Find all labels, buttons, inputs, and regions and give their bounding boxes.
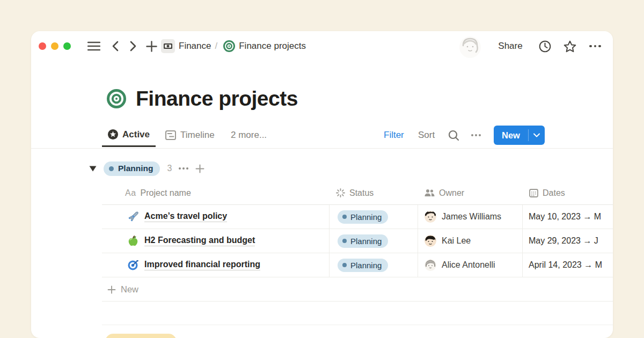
- status-cell[interactable]: Planning: [329, 253, 418, 277]
- project-name-link[interactable]: H2 Forecasting and budget: [144, 236, 255, 246]
- group-count: 3: [167, 164, 172, 173]
- view-options-icon[interactable]: [471, 123, 481, 147]
- column-header-project-name[interactable]: Aa Project name: [102, 181, 329, 204]
- favorite-star-icon[interactable]: [562, 31, 578, 61]
- new-button-chevron-icon[interactable]: [529, 133, 545, 137]
- projects-table: Aa Project name Status Owner Dates Acme’…: [102, 181, 613, 277]
- column-header-owner[interactable]: Owner: [418, 181, 522, 204]
- group-collapse-triangle-icon[interactable]: [89, 166, 97, 172]
- dates-cell[interactable]: May 29, 2023 → J: [522, 229, 613, 253]
- group-options-icon[interactable]: [179, 167, 188, 170]
- user-avatar[interactable]: [459, 36, 481, 58]
- group-add-icon[interactable]: [195, 164, 204, 173]
- tab-timeline[interactable]: Timeline: [165, 123, 215, 147]
- owner-cell[interactable]: Kai Lee: [418, 229, 522, 253]
- sidebar-menu-icon[interactable]: [86, 31, 101, 61]
- dates-cell[interactable]: May 10, 2023 → M: [522, 205, 613, 229]
- status-pill: Planning: [338, 210, 388, 224]
- status-label: Planning: [350, 261, 382, 270]
- owner-name: Alice Antonelli: [442, 260, 495, 270]
- project-name-cell[interactable]: Acme’s travel policy: [102, 205, 329, 229]
- table-header-row: Aa Project name Status Owner Dates: [102, 181, 613, 205]
- owner-avatar: [425, 235, 436, 247]
- status-cell[interactable]: Planning: [329, 229, 418, 253]
- status-dot: [109, 166, 114, 171]
- new-button[interactable]: New: [494, 126, 545, 145]
- search-icon[interactable]: [448, 123, 459, 147]
- project-name-link[interactable]: Improved financial reporting: [144, 260, 260, 270]
- zoom-window-button[interactable]: [63, 42, 71, 50]
- status-dot: [342, 215, 347, 219]
- close-window-button[interactable]: [39, 42, 46, 50]
- group-pill-planning[interactable]: Planning: [104, 161, 160, 176]
- calendar-icon: [529, 188, 538, 197]
- breadcrumb: Finance / Finance projects: [161, 31, 306, 61]
- status-dot: [342, 263, 347, 267]
- status-label: Planning: [350, 212, 382, 222]
- status-pill: Planning: [338, 234, 388, 248]
- owner-name: Kai Lee: [442, 236, 471, 246]
- owner-avatar: [425, 259, 436, 271]
- date-range: April 14, 2023 → M: [529, 260, 602, 270]
- sort-label: Sort: [418, 130, 435, 141]
- sort-button[interactable]: Sort: [418, 123, 435, 147]
- project-name-link[interactable]: Acme’s travel policy: [144, 211, 227, 222]
- column-label: Project name: [141, 188, 191, 198]
- table-row: Improved financial reporting Planning Al…: [102, 253, 613, 277]
- plus-icon: [107, 285, 116, 294]
- project-name-cell[interactable]: H2 Forecasting and budget: [102, 229, 329, 253]
- table-row: H2 Forecasting and budget Planning Kai L…: [102, 229, 613, 253]
- status-dot: [342, 239, 347, 243]
- group-name: Planning: [118, 164, 153, 173]
- timeline-icon: [165, 130, 176, 140]
- column-header-status[interactable]: Status: [329, 181, 418, 204]
- owner-cell[interactable]: Alice Antonelli: [418, 253, 522, 277]
- filter-label: Filter: [384, 130, 404, 141]
- banknote-icon[interactable]: [161, 39, 175, 53]
- tab-more-label: 2 more...: [231, 130, 267, 141]
- column-header-dates[interactable]: Dates: [522, 181, 613, 204]
- status-pill: Planning: [338, 259, 388, 272]
- column-label: Dates: [543, 188, 565, 198]
- airplane-icon: [127, 211, 139, 223]
- section-divider: [102, 325, 613, 325]
- text-type-icon: Aa: [125, 188, 136, 198]
- forward-icon[interactable]: [127, 31, 140, 61]
- filter-button[interactable]: Filter: [384, 123, 404, 147]
- date-range: May 10, 2023 → M: [529, 212, 601, 222]
- owner-cell[interactable]: James Williams: [418, 205, 522, 229]
- dates-cell[interactable]: April 14, 2023 → M: [522, 253, 613, 277]
- column-label: Owner: [439, 188, 464, 198]
- page-icon-target[interactable]: [107, 89, 126, 108]
- people-icon: [425, 189, 435, 197]
- breadcrumb-current[interactable]: Finance projects: [239, 41, 306, 52]
- next-group-pill[interactable]: [105, 334, 177, 338]
- toolbar-divider: [31, 148, 613, 149]
- new-button-label: New: [494, 130, 528, 141]
- share-button[interactable]: Share: [494, 31, 527, 61]
- updates-clock-icon[interactable]: [537, 31, 553, 61]
- add-row-label: New: [121, 284, 138, 295]
- tab-active[interactable]: Active: [102, 123, 156, 147]
- back-icon[interactable]: [108, 31, 121, 61]
- minimize-window-button[interactable]: [51, 42, 58, 50]
- project-name-cell[interactable]: Improved financial reporting: [102, 253, 329, 277]
- new-page-icon[interactable]: [144, 31, 159, 61]
- table-row: Acme’s travel policy Planning James Will…: [102, 205, 613, 229]
- tab-timeline-label: Timeline: [180, 130, 215, 141]
- owner-avatar: [425, 211, 436, 223]
- date-range: May 29, 2023 → J: [529, 236, 598, 246]
- star-circle-icon: [108, 129, 118, 139]
- status-cell[interactable]: Planning: [329, 205, 418, 229]
- add-row-button[interactable]: New: [102, 278, 613, 302]
- green-apple-icon: [127, 235, 139, 247]
- breadcrumb-separator: /: [215, 41, 217, 52]
- more-options-icon[interactable]: [587, 31, 604, 61]
- tab-active-label: Active: [122, 129, 150, 140]
- page-title: Finance projects: [136, 87, 298, 111]
- status-label: Planning: [350, 237, 382, 246]
- traffic-lights: [39, 42, 71, 50]
- breadcrumb-parent[interactable]: Finance: [179, 41, 211, 52]
- tab-more-views[interactable]: 2 more...: [231, 123, 267, 147]
- owner-name: James Williams: [442, 212, 501, 222]
